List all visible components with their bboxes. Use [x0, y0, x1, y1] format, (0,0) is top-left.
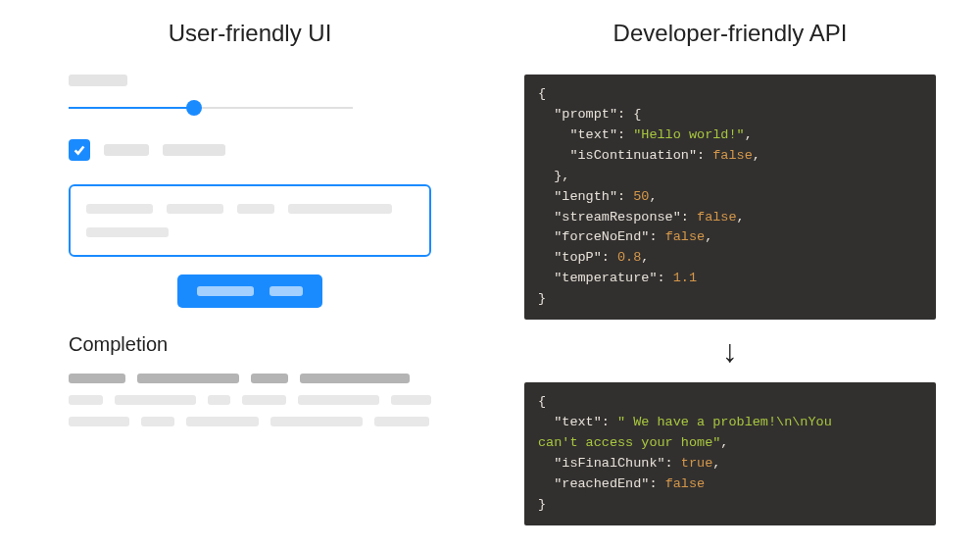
- code-line: }: [538, 497, 546, 512]
- text-placeholder: [167, 204, 223, 214]
- code-bool: false: [697, 210, 737, 225]
- code-punct: ,: [720, 435, 728, 450]
- prompt-textarea[interactable]: [69, 184, 431, 257]
- api-column: Developer-friendly API { "prompt": { "te…: [519, 20, 941, 525]
- code-line: "topP":: [538, 250, 617, 265]
- ui-column-title: User-friendly UI: [169, 20, 332, 47]
- code-number: 0.8: [617, 250, 641, 265]
- completion-output: [69, 374, 431, 426]
- code-bool: false: [712, 148, 753, 163]
- code-bool: false: [665, 476, 706, 491]
- code-bool: true: [681, 456, 712, 471]
- code-line: {: [538, 394, 546, 409]
- code-line: "length":: [538, 189, 633, 204]
- output-placeholder: [374, 417, 429, 426]
- code-punct: ,: [745, 127, 753, 142]
- code-string: "Hello world!": [633, 127, 744, 142]
- code-punct: ,: [649, 189, 657, 204]
- output-placeholder: [141, 417, 174, 426]
- output-placeholder: [137, 374, 239, 383]
- arrow-down-icon: ↓: [722, 335, 738, 367]
- code-line: "streamResponse":: [538, 210, 697, 225]
- checkbox-row: [69, 139, 431, 161]
- code-string: " We have a problem!\n\nYou: [617, 415, 840, 429]
- output-placeholder: [270, 417, 363, 426]
- ui-mock: Completion: [69, 75, 431, 426]
- slider-fill: [69, 107, 194, 109]
- code-line: },: [538, 169, 569, 183]
- output-placeholder: [115, 395, 195, 405]
- completion-heading: Completion: [69, 333, 431, 356]
- slider[interactable]: [69, 100, 353, 116]
- output-placeholder: [391, 395, 431, 405]
- code-line: "isContinuation":: [538, 148, 712, 163]
- text-placeholder: [288, 204, 392, 214]
- code-number: 1.1: [673, 271, 697, 285]
- api-column-title: Developer-friendly API: [613, 20, 848, 47]
- output-placeholder: [69, 417, 129, 426]
- request-code-block: { "prompt": { "text": "Hello world!", "i…: [524, 75, 936, 320]
- output-placeholder: [69, 395, 103, 405]
- code-punct: ,: [705, 229, 712, 244]
- output-placeholder: [186, 417, 259, 426]
- code-line: "isFinalChunk":: [538, 456, 681, 471]
- output-placeholder: [208, 395, 231, 405]
- code-line: "text":: [538, 415, 617, 429]
- code-line: "text":: [538, 127, 633, 142]
- code-punct: ,: [712, 456, 720, 471]
- check-icon: [73, 143, 86, 157]
- button-label-placeholder: [197, 286, 254, 296]
- code-line: {: [538, 86, 546, 101]
- text-placeholder: [86, 204, 153, 214]
- response-code-block: { "text": " We have a problem!\n\nYou ca…: [524, 382, 936, 525]
- output-placeholder: [251, 374, 288, 383]
- code-line: }: [538, 291, 546, 306]
- text-placeholder: [237, 204, 274, 214]
- code-number: 50: [633, 189, 649, 204]
- code-line: "prompt": {: [538, 107, 641, 122]
- output-placeholder: [298, 395, 378, 405]
- text-placeholder: [86, 227, 169, 237]
- output-placeholder: [300, 374, 410, 383]
- code-bool: false: [665, 229, 706, 244]
- code-line: "reachedEnd":: [538, 476, 665, 491]
- submit-button[interactable]: [177, 274, 322, 308]
- ui-column: User-friendly UI: [39, 20, 461, 525]
- button-label-placeholder: [270, 286, 303, 296]
- slider-thumb[interactable]: [186, 100, 202, 116]
- code-punct: ,: [753, 148, 760, 163]
- code-line: "temperature":: [538, 271, 673, 285]
- code-string: can't access your home": [538, 435, 720, 450]
- code-punct: ,: [737, 210, 745, 225]
- field-label-placeholder: [69, 75, 127, 86]
- output-placeholder: [69, 374, 125, 383]
- output-placeholder: [242, 395, 286, 405]
- checkbox[interactable]: [69, 139, 90, 161]
- checkbox-label-placeholder: [104, 144, 149, 156]
- code-line: "forceNoEnd":: [538, 229, 665, 244]
- checkbox-label-placeholder-2: [163, 144, 225, 156]
- code-punct: ,: [641, 250, 649, 265]
